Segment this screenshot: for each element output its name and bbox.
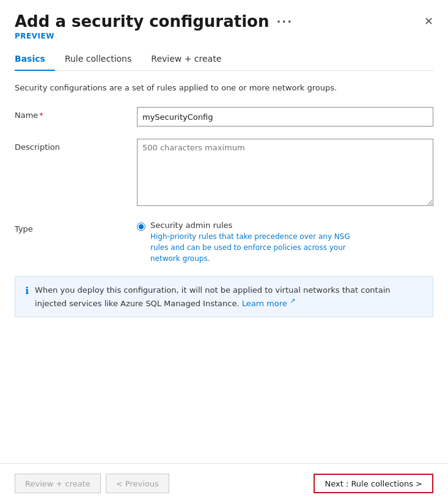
type-row: Type Security admin rules High-priority … — [15, 221, 433, 264]
info-text: When you deploy this configuration, it w… — [35, 284, 423, 309]
info-box: ℹ When you deploy this configuration, it… — [15, 276, 433, 317]
title-left: Add a security configuration ··· — [15, 12, 293, 31]
name-input[interactable] — [137, 107, 433, 127]
radio-label-content: Security admin rules High-priority rules… — [150, 221, 370, 264]
required-indicator: * — [39, 111, 43, 120]
next-button[interactable]: Next : Rule collections > — [314, 474, 433, 493]
info-circle-icon: ℹ — [25, 285, 29, 296]
tab-bar: Basics Rule collections Review + create — [15, 48, 433, 71]
name-label: Name* — [15, 107, 137, 120]
dialog-body: Security configurations are a set of rul… — [0, 71, 448, 463]
more-options-icon[interactable]: ··· — [276, 15, 293, 28]
description-field-wrap — [137, 139, 433, 208]
external-link-icon: ↗ — [290, 297, 295, 305]
tab-rule-collections[interactable]: Rule collections — [55, 48, 141, 71]
security-admin-radio[interactable] — [137, 222, 145, 231]
review-create-button[interactable]: Review + create — [15, 474, 101, 493]
add-security-config-dialog: Add a security configuration ··· ✕ PREVI… — [0, 0, 448, 503]
previous-button[interactable]: < Previous — [106, 474, 169, 493]
radio-option-description: High-priority rules that take precedence… — [150, 231, 370, 264]
tab-basics[interactable]: Basics — [15, 48, 55, 71]
dialog-title: Add a security configuration — [15, 12, 269, 31]
section-description: Security configurations are a set of rul… — [15, 83, 433, 92]
description-label: Description — [15, 139, 137, 152]
dialog-header: Add a security configuration ··· ✕ PREVI… — [0, 0, 448, 71]
type-radio-group: Security admin rules High-priority rules… — [137, 221, 433, 264]
security-admin-rules-option: Security admin rules High-priority rules… — [137, 221, 433, 264]
type-options-wrap: Security admin rules High-priority rules… — [137, 221, 433, 264]
description-row: Description — [15, 139, 433, 208]
preview-badge: PREVIEW — [15, 32, 433, 40]
learn-more-link[interactable]: Learn more ↗ — [242, 299, 296, 308]
type-label: Type — [15, 221, 137, 233]
close-icon[interactable]: ✕ — [424, 16, 433, 27]
name-row: Name* — [15, 107, 433, 127]
name-field-wrap — [137, 107, 433, 127]
dialog-footer: Review + create < Previous Next : Rule c… — [0, 463, 448, 503]
title-row: Add a security configuration ··· ✕ — [15, 12, 433, 31]
description-input[interactable] — [137, 139, 433, 206]
tab-review-create[interactable]: Review + create — [141, 48, 231, 71]
radio-option-label: Security admin rules — [150, 221, 370, 230]
